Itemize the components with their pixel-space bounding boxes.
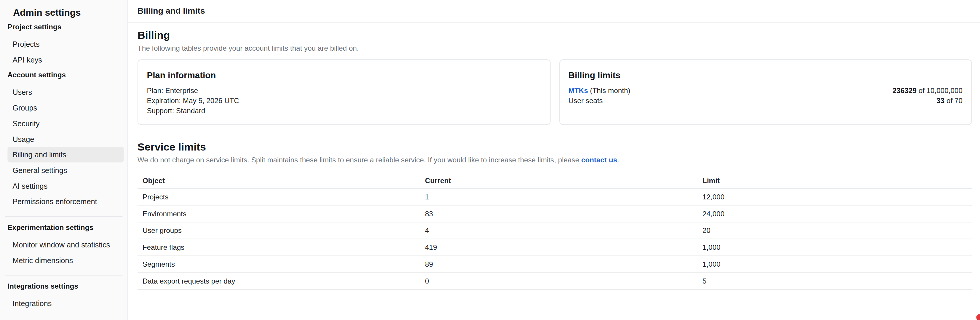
table-row-data-export-requests: Data export requests per day 0 5 [138, 273, 972, 290]
sidebar-item-integrations[interactable]: Integrations [7, 295, 124, 311]
billing-cards: Plan information Plan: Enterprise Expira… [138, 59, 972, 125]
sidebar-item-projects[interactable]: Projects [7, 36, 124, 52]
mtks-value-suffix: of 10,000,000 [916, 87, 963, 94]
sidebar-section-project-settings: Project settings Projects API keys [0, 23, 127, 68]
sidebar-item-metric-dimensions[interactable]: Metric dimensions [7, 252, 124, 268]
contact-us-link[interactable]: contact us [581, 156, 617, 163]
plan-line-plan: Plan: Enterprise [147, 86, 541, 96]
table-header-row: Object Current Limit [138, 173, 972, 189]
user-seats-label: User seats [568, 96, 603, 106]
sidebar-section-experimentation-settings: Experimentation settings Monitor window … [0, 224, 127, 268]
column-header-object: Object [138, 173, 420, 188]
user-seats-value-number: 33 [936, 97, 944, 104]
app-window: Admin settings Project settings Projects… [0, 0, 980, 320]
mtks-row: MTKs (This month) 236329 of 10,000,000 [568, 86, 963, 96]
mtks-value-number: 236329 [892, 87, 916, 94]
section-label-project-settings: Project settings [7, 23, 127, 31]
content-area: Billing The following tables provide you… [128, 22, 980, 290]
cell-limit: 20 [697, 223, 972, 239]
cell-object: Segments [138, 256, 420, 272]
cell-limit: 1,000 [697, 239, 972, 256]
cell-current: 419 [420, 239, 697, 256]
service-limits-description-before: We do not charge on service limits. Spli… [138, 156, 581, 163]
cell-limit: 5 [697, 273, 972, 289]
cell-object: Data export requests per day [138, 273, 420, 289]
cell-limit: 1,000 [697, 256, 972, 272]
main-header: Billing and limits [128, 0, 980, 22]
table-row-user-groups: User groups 4 20 [138, 223, 972, 239]
cell-limit: 24,000 [697, 206, 972, 222]
main-content: Billing and limits Billing The following… [128, 0, 980, 320]
service-limits-description: We do not charge on service limits. Spli… [138, 155, 972, 165]
notification-badge[interactable] [976, 314, 980, 320]
cell-current: 1 [420, 189, 697, 205]
section-label-experimentation-settings: Experimentation settings [7, 224, 127, 232]
sidebar-item-monitor-window-and-statistics[interactable]: Monitor window and statistics [7, 237, 124, 252]
sidebar-divider [5, 275, 123, 276]
table-row-environments: Environments 83 24,000 [138, 206, 972, 223]
plan-line-expiration: Expiration: May 5, 2026 UTC [147, 96, 541, 106]
cell-current: 83 [420, 206, 697, 222]
sidebar-item-users[interactable]: Users [7, 84, 124, 100]
cell-object: User groups [138, 223, 420, 239]
table-row-segments: Segments 89 1,000 [138, 256, 972, 273]
plan-line-support: Support: Standard [147, 106, 541, 116]
sidebar-item-groups[interactable]: Groups [7, 100, 124, 116]
cell-current: 0 [420, 273, 697, 289]
sidebar-section-account-settings: Account settings Users Groups Security U… [0, 71, 127, 209]
mtks-label: MTKs (This month) [568, 86, 630, 96]
service-limits-description-after: . [617, 156, 619, 163]
sidebar-item-ai-settings[interactable]: AI settings [7, 178, 124, 194]
service-limits-title: Service limits [138, 141, 972, 154]
cell-current: 89 [420, 256, 697, 272]
section-label-integrations-settings: Integrations settings [7, 282, 127, 290]
sidebar-item-usage[interactable]: Usage [7, 131, 124, 147]
mtks-value: 236329 of 10,000,000 [892, 86, 963, 96]
user-seats-value: 33 of 70 [936, 96, 963, 106]
sidebar-divider [5, 216, 123, 217]
plan-information-card: Plan information Plan: Enterprise Expira… [138, 59, 550, 125]
table-row-projects: Projects 1 12,000 [138, 189, 972, 206]
billing-limits-title: Billing limits [568, 69, 963, 81]
cell-object: Feature flags [138, 239, 420, 256]
mtks-link[interactable]: MTKs [568, 87, 588, 94]
sidebar-item-general-settings[interactable]: General settings [7, 162, 124, 178]
table-row-feature-flags: Feature flags 419 1,000 [138, 239, 972, 256]
mtks-label-suffix: (This month) [588, 87, 630, 94]
sidebar-item-api-keys[interactable]: API keys [7, 52, 124, 68]
sidebar-item-permissions-enforcement[interactable]: Permissions enforcement [7, 194, 124, 209]
service-limits-table: Object Current Limit Projects 1 12,000 E… [138, 173, 972, 290]
cell-object: Projects [138, 189, 420, 205]
billing-section-title: Billing [138, 29, 972, 42]
sidebar: Admin settings Project settings Projects… [0, 0, 128, 320]
cell-current: 4 [420, 223, 697, 239]
billing-subtitle: The following tables provide your accoun… [138, 44, 972, 53]
billing-limits-card: Billing limits MTKs (This month) 236329 … [559, 59, 972, 125]
user-seats-value-suffix: of 70 [944, 97, 963, 104]
user-seats-row: User seats 33 of 70 [568, 96, 963, 106]
page-title: Billing and limits [138, 6, 205, 16]
sidebar-section-integrations-settings: Integrations settings Integrations [0, 282, 127, 311]
cell-object: Environments [138, 206, 420, 222]
column-header-current: Current [420, 173, 697, 188]
plan-card-title: Plan information [147, 69, 541, 81]
cell-limit: 12,000 [697, 189, 972, 205]
sidebar-title: Admin settings [13, 6, 127, 19]
sidebar-item-security[interactable]: Security [7, 116, 124, 131]
sidebar-item-billing-and-limits[interactable]: Billing and limits [7, 147, 124, 162]
section-label-account-settings: Account settings [7, 71, 127, 79]
column-header-limit: Limit [697, 173, 972, 188]
